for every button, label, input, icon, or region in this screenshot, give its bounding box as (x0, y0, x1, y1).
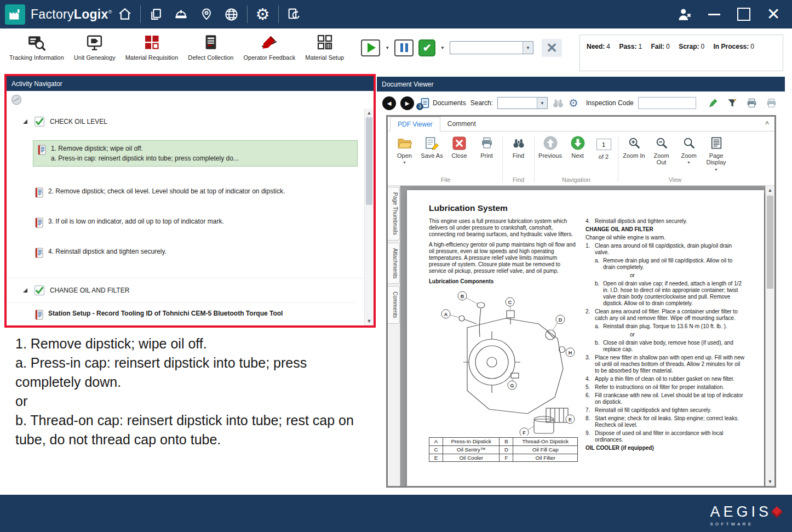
previous-document-button[interactable]: ◀ (382, 96, 396, 110)
cancel-activity-button[interactable]: ✕ (542, 39, 562, 57)
start-activity-button[interactable] (361, 39, 380, 56)
pdf-list-item: a. Remove drain plug and oil fill cap/di… (586, 258, 745, 271)
sync-document-button[interactable] (282, 2, 307, 27)
hard-hat-icon (174, 8, 188, 21)
tab-comments[interactable]: Comments (388, 286, 400, 323)
step-label: 1. Remove dipstick; wipe oil off. a. Pre… (51, 145, 239, 162)
language-button[interactable] (219, 2, 244, 27)
page-count-label: of 2 (599, 153, 609, 160)
pdf-zoom-button[interactable]: Zoom ▼ (676, 135, 702, 165)
maximize-button[interactable] (733, 3, 755, 25)
step-document-icon (35, 248, 43, 258)
tree-step-station-setup[interactable]: Station Setup - Record Tooling ID of Toh… (7, 302, 357, 325)
pdf-find-button[interactable]: Find (506, 135, 531, 159)
builder-mode-button[interactable] (169, 2, 194, 27)
next-document-button[interactable]: ▶ (400, 96, 414, 110)
pdf-list-item: or (586, 331, 745, 338)
filter-icon[interactable] (727, 98, 738, 108)
search-combobox[interactable]: ▼ (497, 97, 548, 109)
pdf-list-item: a. Reinstall drain plug. Torque to 13.6 … (586, 323, 745, 330)
unit-genealogy-icon (85, 33, 104, 52)
clear-selection-button[interactable] (11, 94, 22, 105)
pdf-save-as-button[interactable]: Save As (419, 135, 445, 159)
pdf-zoom-in-button[interactable]: Zoom In (621, 135, 647, 159)
app-title: FactoryLogix® (31, 7, 112, 22)
print-icon[interactable] (746, 98, 757, 109)
scroll-down-arrow[interactable]: ▼ (367, 317, 372, 325)
aegis-software-text: SOFTWARE (710, 522, 781, 527)
defect-collection-button[interactable]: Defect Collection (183, 28, 238, 74)
inspection-code-input[interactable] (638, 97, 696, 109)
pdf-list-item-text: Refer to instructions on oil filter for … (595, 384, 745, 391)
tree-step-2[interactable]: 2. Remove dipstick; check oil level. Lev… (35, 187, 357, 198)
tab-comment[interactable]: Comment (440, 117, 483, 131)
close-button[interactable]: ✕ (762, 3, 784, 25)
viewer-settings-gear-icon[interactable]: ⚙ (569, 98, 578, 108)
tab-pdf-viewer[interactable]: PDF Viewer (390, 117, 440, 131)
pass-options-dropdown[interactable]: ▼ (440, 45, 445, 50)
status-combobox[interactable]: ▼ (450, 41, 533, 54)
combo-arrow-icon[interactable]: ▼ (537, 98, 547, 108)
material-setup-button[interactable]: Material Setup (300, 28, 349, 74)
start-options-dropdown[interactable]: ▼ (385, 45, 389, 50)
copy-documents-button[interactable] (144, 2, 169, 27)
tree-step-1-selected[interactable]: 1. Remove dipstick; wipe oil off. a. Pre… (33, 140, 358, 167)
scroll-up-arrow[interactable]: ▲ (768, 186, 773, 195)
step-document-icon (35, 218, 43, 228)
annotation-pen-icon[interactable] (708, 98, 719, 108)
close-icon: ✕ (766, 6, 780, 22)
expander-icon[interactable] (23, 288, 27, 293)
pdf-page-display-button[interactable]: Page Display ▼ (703, 135, 729, 171)
zoom-dropdown-caret[interactable]: ▼ (687, 161, 691, 165)
minimize-button[interactable] (703, 3, 725, 25)
lubrication-components-table: A Press-In Dipstick B Thread-On Dipstick… (429, 437, 578, 462)
run-controls: ▼ ✔ ▼ ▼ ✕ (361, 38, 562, 57)
pdf-zoom-out-button[interactable]: Zoom Out (648, 135, 674, 166)
open-dropdown-caret[interactable]: ▼ (403, 161, 406, 165)
tree-step-4[interactable]: 4. Reinstall dipstick and tighten secure… (35, 248, 357, 258)
settings-button[interactable]: ⚙ (250, 2, 276, 27)
pass-unit-button[interactable]: ✔ (418, 39, 435, 56)
unit-genealogy-button[interactable]: Unit Genealogy (69, 28, 120, 74)
tracking-information-button[interactable]: Tracking Information (4, 28, 69, 74)
collapse-ribbon-chevron-icon[interactable]: ^ (765, 120, 769, 128)
expander-icon[interactable] (23, 119, 27, 124)
material-requisition-button[interactable]: Material Requisition (120, 28, 183, 74)
close-label: Close (451, 152, 467, 159)
zoom-out-icon (655, 135, 668, 151)
tree-group-label: CHECK OIL LEVEL (50, 118, 107, 125)
page-display-dropdown-caret[interactable]: ▼ (714, 168, 718, 172)
pdf-previous-page-button[interactable]: Previous (537, 135, 563, 159)
pdf-print-button[interactable]: Print (474, 135, 500, 159)
page-number-input[interactable] (596, 139, 611, 150)
pdf-next-page-button[interactable]: Next (565, 135, 590, 159)
home-button[interactable] (112, 2, 137, 27)
operator-feedback-button[interactable]: Operator Feedback (238, 28, 300, 74)
pause-activity-button[interactable] (394, 39, 414, 56)
pdf-list-item: or (586, 272, 745, 279)
tab-page-thumbnails[interactable]: Page Thumbnails (388, 187, 400, 241)
scroll-down-arrow[interactable]: ▼ (768, 477, 773, 486)
location-button[interactable] (194, 2, 219, 27)
documents-button[interactable]: 3 Documents (420, 98, 466, 109)
tree-step-3[interactable]: 3. If oil is low on indicator, add oil u… (35, 218, 357, 228)
combo-arrow-icon[interactable]: ▼ (523, 42, 533, 54)
tree-group-check-oil-level[interactable]: CHECK OIL LEVEL (7, 110, 364, 134)
scroll-up-arrow[interactable]: ▲ (367, 108, 372, 117)
instruction-line: b. Thread-on cap: reinsert dipstick into… (15, 411, 365, 449)
scrollbar-thumb[interactable] (767, 196, 773, 289)
table-cell: Oil Sentry™ (443, 445, 500, 454)
pdf-page: Lubrication System This engine uses a fu… (407, 190, 764, 486)
pdf-open-button[interactable]: Open ▼ (392, 135, 417, 165)
tab-attachments[interactable]: Attachments (388, 243, 400, 284)
pdf-list-item-number: b. (595, 340, 603, 353)
find-binoculars-icon[interactable] (552, 97, 564, 109)
tree-group-change-oil-and-filter[interactable]: CHANGE OIL AND FILTER (7, 278, 364, 302)
save-as-icon (425, 135, 439, 151)
log-off-user-button[interactable] (674, 3, 696, 25)
print-preview-icon[interactable] (766, 98, 777, 109)
pdf-close-button[interactable]: Close (446, 135, 472, 159)
pdf-list-item-text: Reinstall dipstick and tighten securely. (595, 218, 745, 225)
scrollbar-thumb[interactable] (366, 117, 372, 205)
next-page-icon (571, 135, 585, 151)
